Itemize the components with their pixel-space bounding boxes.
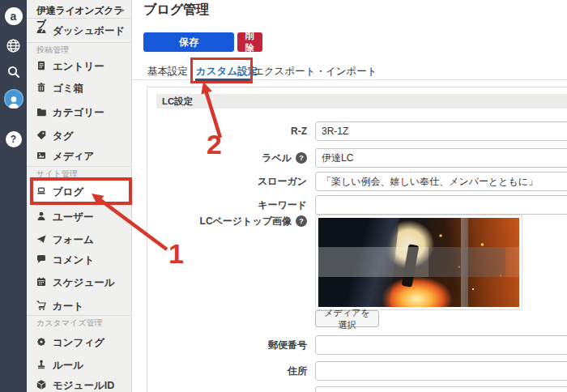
sidebar-blog-switcher[interactable]: 伊達ライオンズクラブ ▸ [27, 4, 132, 17]
user-avatar[interactable] [0, 89, 27, 109]
divider [27, 18, 132, 19]
help-icon: ? [6, 131, 22, 147]
label-text: キーワード [258, 198, 307, 212]
search-icon [6, 65, 21, 79]
sidebar-item-trash[interactable]: ゴミ箱 [27, 81, 132, 95]
sidebar: 伊達ライオンズクラブ ▸ ダッシュボード 投稿管理 エントリー [27, 0, 132, 392]
page-title: ブログ管理 [143, 2, 209, 19]
form-icon [36, 233, 47, 245]
tel-input[interactable] [315, 386, 567, 392]
address-input[interactable] [315, 361, 567, 381]
sidebar-item-label: ブログ [53, 185, 83, 199]
postal-input[interactable] [315, 335, 567, 355]
sidebar-item-blog[interactable]: ブログ [27, 185, 132, 198]
photo-overlay-band [318, 247, 519, 277]
top-image-preview [315, 215, 522, 310]
trash-icon [36, 82, 47, 93]
field-label-top-image: LCページトップ画像 ? [163, 211, 307, 231]
chevron-right-icon: ▸ [121, 6, 125, 14]
rz-input[interactable] [315, 121, 567, 141]
sidebar-item-label: ルール [53, 359, 83, 373]
annotation-step-1: 1 [168, 240, 184, 267]
label-text: R-Z [291, 126, 307, 137]
help-icon[interactable]: ? [296, 215, 307, 227]
field-label-slogan: スローガン [163, 172, 307, 191]
sidebar-item-label: ユーザー [53, 211, 94, 224]
sidebar-item-label: フォーム [53, 233, 94, 247]
help-icon[interactable]: ? [296, 152, 307, 164]
sidebar-item-label: コメント [53, 254, 94, 267]
label-text: LCページトップ画像 [200, 215, 292, 228]
label-text: ラベル [262, 151, 292, 165]
sidebar-item-entry[interactable]: エントリー [27, 59, 132, 73]
sidebar-item-comment[interactable]: コメント [27, 253, 132, 266]
sidebar-item-rule[interactable]: ルール [27, 358, 132, 372]
keyword-input[interactable] [315, 195, 567, 215]
category-icon [36, 106, 47, 117]
field-label-tel: TEL [163, 386, 307, 392]
field-label-address: 住所 [163, 361, 307, 381]
sidebar-item-label: カテゴリー [53, 106, 104, 120]
sidebar-item-category[interactable]: カテゴリー [27, 105, 132, 119]
sidebar-item-label: モジュールID [53, 379, 114, 392]
rule-icon [36, 359, 47, 370]
site-globe-button[interactable] [0, 38, 27, 53]
sidebar-item-label: メディア [53, 150, 94, 164]
cart-icon [36, 300, 47, 311]
label-input[interactable] [315, 148, 567, 168]
sidebar-item-label: スケジュール [53, 276, 114, 290]
entry-icon [36, 60, 47, 71]
sidebar-item-dashboard[interactable]: ダッシュボード [27, 23, 132, 37]
a-blog-cms-logo[interactable]: a [0, 7, 27, 25]
globe-icon [6, 38, 21, 53]
sidebar-item-label: エントリー [53, 60, 104, 74]
media-icon [36, 150, 47, 161]
sidebar-section-customize: カスタマイズ管理 [36, 317, 102, 329]
schedule-icon [36, 276, 47, 288]
divider [27, 166, 132, 167]
slogan-input[interactable] [315, 172, 567, 191]
field-label-postal: 郵便番号 [163, 335, 307, 355]
tab-basic-settings[interactable]: 基本設定 [147, 65, 188, 79]
sidebar-section-posts: 投稿管理 [36, 45, 69, 56]
sidebar-item-cart[interactable]: カート [27, 299, 132, 313]
dashboard-icon [36, 24, 47, 36]
sidebar-item-media[interactable]: メディア [27, 149, 132, 163]
sidebar-section-site: サイト管理 [36, 168, 78, 180]
sidebar-item-label: ダッシュボード [53, 24, 125, 38]
sidebar-item-user[interactable]: ユーザー [27, 210, 132, 224]
sidebar-item-config[interactable]: コンフィグ [27, 335, 132, 349]
user-icon [36, 211, 47, 222]
comment-icon [36, 254, 47, 265]
tab-export-import[interactable]: エクスポート・インポート [254, 65, 377, 79]
divider [27, 42, 132, 43]
blog-icon [36, 185, 47, 197]
module-id-icon [36, 379, 47, 390]
label-text: 郵便番号 [268, 339, 307, 352]
forge-photo [318, 218, 519, 307]
field-label-lc-label: ラベル ? [163, 148, 307, 168]
icon-rail: a ? [0, 0, 27, 392]
sidebar-item-label: ゴミ箱 [53, 82, 83, 96]
select-media-button[interactable]: メディアを選択 [315, 310, 379, 327]
sidebar-item-label: タグ [53, 130, 74, 143]
delete-button[interactable]: 削除 [237, 32, 262, 52]
sidebar-item-label: カート [53, 300, 83, 313]
sidebar-item-module-id[interactable]: モジュールID [27, 378, 132, 392]
logo-icon: a [5, 7, 23, 25]
sidebar-item-schedule[interactable]: スケジュール [27, 275, 132, 289]
help-button[interactable]: ? [0, 131, 27, 147]
divider [27, 315, 132, 316]
label-text: スローガン [258, 175, 307, 189]
field-label-rz: R-Z [163, 121, 307, 141]
search-button[interactable] [0, 65, 27, 79]
tag-icon [36, 130, 47, 141]
save-button[interactable]: 保存 [143, 32, 234, 52]
main-content: ブログ管理 保存 削除 基本設定 カスタム設定 エクスポート・インポート LC設… [132, 0, 567, 392]
sidebar-item-tag[interactable]: タグ [27, 129, 132, 143]
gear-icon [36, 336, 47, 347]
panel-heading: LC設定 [156, 94, 567, 109]
sidebar-item-form[interactable]: フォーム [27, 232, 132, 246]
avatar-icon [4, 89, 23, 109]
sidebar-item-label: コンフィグ [53, 336, 104, 350]
